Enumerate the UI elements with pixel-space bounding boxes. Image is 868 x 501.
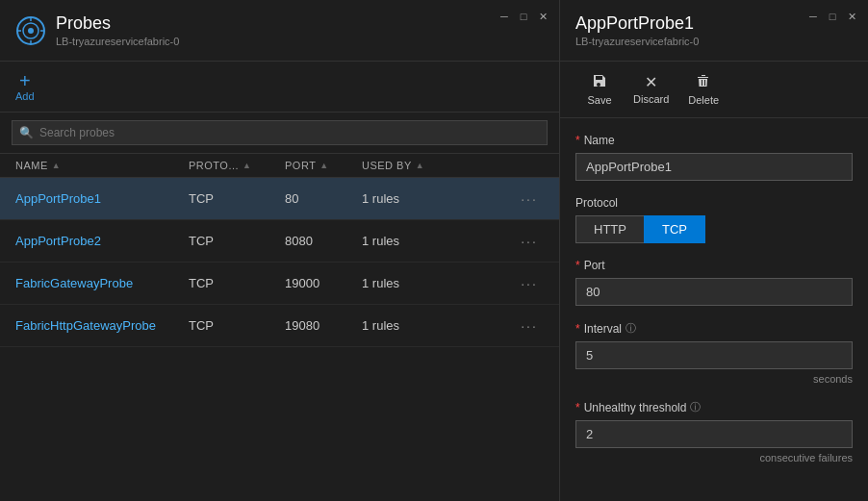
minimize-button[interactable]: ─ xyxy=(498,10,511,23)
port-label: * Port xyxy=(575,259,853,272)
row-port: 80 xyxy=(285,191,362,206)
row-port: 19080 xyxy=(285,318,362,333)
col-port-label: PORT xyxy=(285,160,316,171)
port-required: * xyxy=(575,259,580,272)
right-panel-header: AppPortProbe1 LB-tryazureservicefabric-0… xyxy=(560,0,868,62)
table-row[interactable]: AppPortProbe1 TCP 80 1 rules ··· xyxy=(0,178,559,220)
protocol-toggle: HTTP TCP xyxy=(575,215,853,243)
discard-icon: ✕ xyxy=(645,73,657,91)
unhealthy-unit: consecutive failures xyxy=(575,452,853,463)
row-used-by: 1 rules xyxy=(362,234,515,248)
discard-label: Discard xyxy=(633,93,669,105)
right-window-controls: ─ □ ✕ xyxy=(806,10,858,23)
table-container: NAME ▲ PROTO... ▲ PORT ▲ USED BY ▲ AppPo… xyxy=(0,154,559,501)
http-button[interactable]: HTTP xyxy=(575,215,644,243)
col-name[interactable]: NAME ▲ xyxy=(15,160,189,171)
left-panel: Probes LB-tryazureservicefabric-0 ─ □ ✕ … xyxy=(0,0,560,501)
save-icon xyxy=(592,73,607,92)
port-label-text: Port xyxy=(584,259,605,272)
name-label: * Name xyxy=(575,134,853,147)
col-protocol[interactable]: PROTO... ▲ xyxy=(189,160,285,171)
name-group: * Name xyxy=(575,134,853,181)
add-label: Add xyxy=(15,90,35,102)
left-panel-subtitle: LB-tryazureservicefabric-0 xyxy=(56,36,179,47)
row-protocol: TCP xyxy=(189,234,285,248)
col-used-by[interactable]: USED BY ▲ xyxy=(362,160,515,171)
col-port[interactable]: PORT ▲ xyxy=(285,160,362,171)
interval-info-icon: ⓘ xyxy=(625,321,636,336)
interval-label-text: Interval xyxy=(584,322,622,336)
maximize-button[interactable]: □ xyxy=(517,10,530,23)
protocol-group: Protocol HTTP TCP xyxy=(575,196,853,243)
protocol-label-text: Protocol xyxy=(575,196,618,210)
name-label-text: Name xyxy=(584,134,615,147)
left-window-controls: ─ □ ✕ xyxy=(498,10,549,23)
table-header: NAME ▲ PROTO... ▲ PORT ▲ USED BY ▲ xyxy=(0,154,559,178)
row-name: FabricHttpGatewayProbe xyxy=(15,318,189,333)
form-content: * Name Protocol HTTP TCP * Port * xyxy=(560,118,868,501)
row-name: AppPortProbe2 xyxy=(15,234,189,248)
save-button[interactable]: Save xyxy=(575,69,624,110)
sort-name-icon: ▲ xyxy=(52,161,61,170)
table-row[interactable]: AppPortProbe2 TCP 8080 1 rules ··· xyxy=(0,220,559,263)
unhealthy-label: * Unhealthy threshold ⓘ xyxy=(575,400,853,414)
sort-used-icon: ▲ xyxy=(416,161,424,170)
right-close-button[interactable]: ✕ xyxy=(845,10,858,23)
close-button[interactable]: ✕ xyxy=(536,10,549,23)
row-more-button[interactable]: ··· xyxy=(515,189,544,209)
unhealthy-info-icon: ⓘ xyxy=(690,400,701,414)
row-used-by: 1 rules xyxy=(362,191,515,206)
left-toolbar: + Add xyxy=(0,62,559,113)
save-label: Save xyxy=(587,94,611,106)
table-row[interactable]: FabricHttpGatewayProbe TCP 19080 1 rules… xyxy=(0,305,559,347)
port-input[interactable] xyxy=(575,278,853,306)
left-title-group: Probes LB-tryazureservicefabric-0 xyxy=(56,13,179,47)
interval-label: * Interval ⓘ xyxy=(575,321,853,336)
row-more-button[interactable]: ··· xyxy=(515,274,544,293)
col-used-by-label: USED BY xyxy=(362,160,412,171)
probe-icon xyxy=(15,15,46,46)
left-panel-title: Probes xyxy=(56,13,179,34)
unhealthy-input[interactable] xyxy=(575,420,853,448)
row-port: 19000 xyxy=(285,276,362,290)
table-row[interactable]: FabricGatewayProbe TCP 19000 1 rules ··· xyxy=(0,263,559,305)
name-input[interactable] xyxy=(575,153,853,181)
row-name: AppPortProbe1 xyxy=(15,191,189,206)
col-name-label: NAME xyxy=(15,160,48,171)
table-body: AppPortProbe1 TCP 80 1 rules ··· AppPort… xyxy=(0,178,559,347)
unhealthy-label-text: Unhealthy threshold xyxy=(584,401,687,414)
tcp-button[interactable]: TCP xyxy=(644,215,705,243)
row-protocol: TCP xyxy=(189,276,285,290)
row-port: 8080 xyxy=(285,234,362,248)
unhealthy-group: * Unhealthy threshold ⓘ consecutive fail… xyxy=(575,400,853,463)
protocol-label: Protocol xyxy=(575,196,853,210)
row-protocol: TCP xyxy=(189,191,285,206)
svg-point-2 xyxy=(28,28,34,34)
delete-button[interactable]: Delete xyxy=(678,69,728,110)
col-protocol-label: PROTO... xyxy=(189,160,239,171)
discard-button[interactable]: ✕ Discard xyxy=(624,69,678,110)
row-name: FabricGatewayProbe xyxy=(15,276,189,290)
search-wrapper: 🔍 xyxy=(12,120,548,145)
right-maximize-button[interactable]: □ xyxy=(826,10,839,23)
interval-group: * Interval ⓘ seconds xyxy=(575,321,853,385)
row-more-button[interactable]: ··· xyxy=(515,232,544,251)
right-panel: AppPortProbe1 LB-tryazureservicefabric-0… xyxy=(560,0,868,501)
right-minimize-button[interactable]: ─ xyxy=(806,10,820,23)
add-icon: + xyxy=(19,71,31,90)
sort-proto-icon: ▲ xyxy=(243,161,251,170)
row-more-button[interactable]: ··· xyxy=(515,316,544,336)
search-bar: 🔍 xyxy=(0,113,559,154)
unhealthy-required: * xyxy=(575,401,580,414)
search-icon: 🔍 xyxy=(19,126,34,139)
name-required: * xyxy=(575,134,580,147)
add-button[interactable]: + Add xyxy=(15,71,35,102)
sort-port-icon: ▲ xyxy=(319,161,328,170)
search-input[interactable] xyxy=(12,120,548,145)
delete-icon xyxy=(696,73,711,92)
interval-required: * xyxy=(575,322,580,336)
interval-input[interactable] xyxy=(575,341,853,369)
right-toolbar: Save ✕ Discard Delete xyxy=(560,62,868,118)
row-used-by: 1 rules xyxy=(362,318,515,333)
delete-label: Delete xyxy=(688,94,719,106)
